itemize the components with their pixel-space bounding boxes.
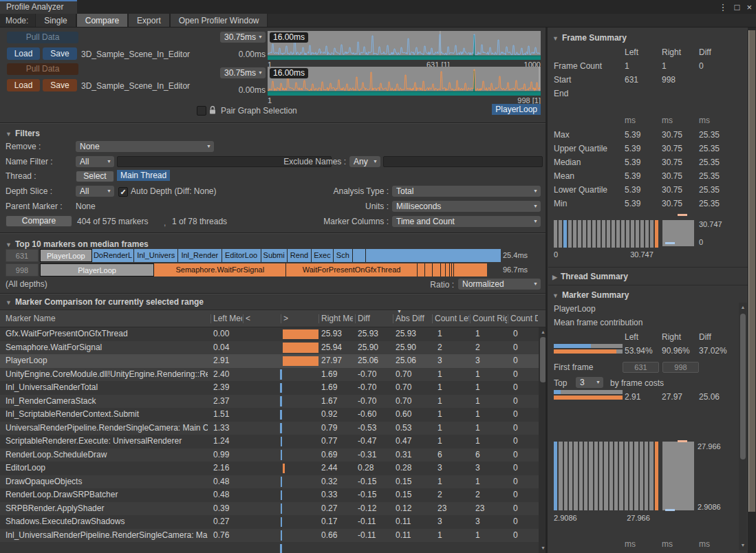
column-header-4[interactable]: Right Median [321,310,353,327]
table-row[interactable]: Shadows.ExecuteDrawShadows0.270.17-0.110… [0,515,539,529]
table-row[interactable]: PlayerLoop2.9127.9725.0625.06330 [0,354,539,368]
cell-abs-diff: 0.28 [396,462,430,475]
table-row[interactable]: SRPBRender.ApplyShader0.390.27-0.120.122… [0,502,539,516]
cell-count-left: 1 [438,529,472,543]
toolbar-button-compare[interactable]: Compare [76,14,128,27]
exclude-mode-dropdown[interactable]: Any▼ [349,156,380,167]
toolbar-button-open-profiler-window[interactable]: Open Profiler Window [170,14,268,27]
summary-value: 5.39 [625,185,662,195]
column-header-3[interactable]: > [283,310,292,327]
analysis-type-dropdown[interactable]: Total▼ [392,186,541,197]
auto-depth-label: Auto Depth (Diff: None) [131,186,217,197]
name-filter-mode-dropdown[interactable]: All▼ [76,156,114,167]
top-n-dropdown[interactable]: 3▼ [576,377,603,388]
first-frame-right-button[interactable]: 998 [662,362,699,373]
depth-mode-dropdown[interactable]: All▼ [76,186,114,197]
column-header-1[interactable]: Left Median [213,310,242,327]
filters-header[interactable]: ▼Filters [6,128,40,140]
table-row[interactable]: DrawOpaqueObjects0.480.32-0.150.15110 [0,475,539,489]
close-icon[interactable]: × [746,2,752,12]
cell-count-left: 1 [438,395,472,409]
tab-profile-analyzer[interactable]: Profile Analyzer [0,0,77,14]
diff-bar-left [280,410,282,420]
save-left-button[interactable]: Save [43,47,77,60]
table-row[interactable]: Inl_ScriptableRenderContext.Submit1.510.… [0,408,539,422]
pull-data-right-button[interactable]: Pull Data [7,63,78,75]
panel-splitter[interactable] [546,28,548,553]
marker-summary-boxplot [662,442,694,510]
cell-right-median: 0.77 [321,435,353,448]
toolbar-button-export[interactable]: Export [128,14,170,27]
remove-dropdown[interactable]: None▼ [76,141,214,152]
pull-data-left-button[interactable]: Pull Data [7,32,78,43]
table-row[interactable]: UniversalRenderPipeline.RenderSingleCame… [0,422,539,435]
histogram-bar [645,442,648,510]
marker-summary-scrollbar-thumb[interactable] [740,314,746,459]
load-right-button[interactable]: Load [7,79,40,91]
scroll-up-icon[interactable]: ▲ [739,304,747,311]
selected-marker-chip[interactable]: PlayerLoop [492,104,541,115]
top10-frame-right[interactable]: 998 [6,263,39,276]
lock-icon[interactable] [208,105,217,117]
diff-bar-left [280,383,282,393]
frame-summary-histogram [554,220,658,248]
toolbar-button-single[interactable]: Single [35,14,76,27]
units-dropdown[interactable]: Milliseconds▼ [392,201,541,212]
ratio-dropdown[interactable]: Normalized▼ [458,279,541,290]
menu-icon[interactable]: ⋮ [719,2,728,12]
compare-button[interactable]: Compare [6,215,72,227]
marker-summary-scrollbar[interactable]: ▲ ▼ [739,303,747,550]
marker-columns-dropdown[interactable]: Time and Count▼ [392,216,541,227]
graph2-frame-plot[interactable] [268,67,541,96]
summary-value: Left [625,332,662,342]
graph2-range-dropdown[interactable]: 30.75ms▼ [220,67,266,78]
exclude-names-input[interactable] [383,156,543,167]
table-row[interactable]: Inl_RenderCameraStack2.371.67-0.700.7011… [0,395,539,409]
cell-diff: -0.11 [358,529,389,543]
window-scrollbar-thumb[interactable] [748,30,755,512]
cell-marker-name: Inl_RenderCameraStack [6,395,208,409]
maximize-icon[interactable]: □ [735,2,740,12]
column-header-8[interactable]: Count Right [473,310,507,327]
column-header-7[interactable]: Count Left [435,310,469,327]
thread-value-chip[interactable]: Main Thread [117,170,170,181]
cell-diff: 25.06 [358,354,389,368]
parent-marker-value: None [76,201,96,212]
column-header-0[interactable]: Marker Name [6,310,208,327]
table-row[interactable]: Inl_UniversalRenderTotal2.391.69-0.700.7… [0,381,539,395]
thread-select-button[interactable]: Select [76,171,114,182]
thread-summary-header[interactable]: ▶Thread Summary [552,271,628,283]
column-header-2[interactable]: < [246,310,254,327]
top10-frame-left[interactable]: 631 [6,249,39,262]
auto-depth-checkbox[interactable]: ✓ [118,187,128,197]
foldout-closed-icon: ▶ [552,274,557,281]
table-row-partial[interactable] [0,542,539,553]
marker-summary-header[interactable]: ▼Marker Summary [552,290,629,301]
cell-left-median: 2.16 [213,462,242,475]
table-row[interactable]: UnityEngine.CoreModule.dll!UnityEngine.R… [0,368,539,382]
comparison-table-header[interactable]: Marker NameLeft Median<>Right MedianDiff… [0,310,548,327]
table-row[interactable]: RenderLoop.DrawSRPBatcher0.480.33-0.150.… [0,488,539,502]
load-left-button[interactable]: Load [7,47,40,60]
comparison-header[interactable]: ▼Marker Comparison for currently selecte… [6,296,204,308]
graph1-range-dropdown[interactable]: 30.75ms▼ [220,32,266,43]
table-row[interactable]: EditorLoop2.162.440.280.28330 [0,462,539,475]
table-row[interactable]: Inl_UniversalRenderPipeline.RenderSingle… [0,529,539,543]
column-header-5[interactable]: Diff [358,310,389,327]
cell-diff: -0.70 [358,368,389,382]
window-scrollbar[interactable] [748,28,756,553]
pair-graph-selection-checkbox[interactable] [197,106,206,116]
diff-bar-right [283,464,285,474]
table-row[interactable]: Semaphore.WaitForSignal0.0425.9425.9025.… [0,341,539,355]
graph1-frame-plot[interactable] [268,31,541,60]
column-header-9[interactable]: Count Delta [510,310,538,327]
save-right-button[interactable]: Save [43,79,77,91]
table-row[interactable]: ScriptableRenderer.Execute: UniversalRen… [0,435,539,448]
top10-bar-right: PlayerLoopSemaphore.WaitForSignalWaitFor… [40,263,501,276]
scroll-down-icon[interactable]: ▼ [739,542,747,549]
frame-summary-header[interactable]: ▼Frame Summary [552,32,627,44]
table-row[interactable]: Gfx.WaitForPresentOnGfxThread0.0025.9325… [0,327,539,341]
first-frame-left-button[interactable]: 631 [623,362,659,373]
table-row[interactable]: RenderLoop.ScheduleDraw0.990.69-0.310.31… [0,448,539,462]
depth-slice-label: Depth Slice : [6,186,52,197]
